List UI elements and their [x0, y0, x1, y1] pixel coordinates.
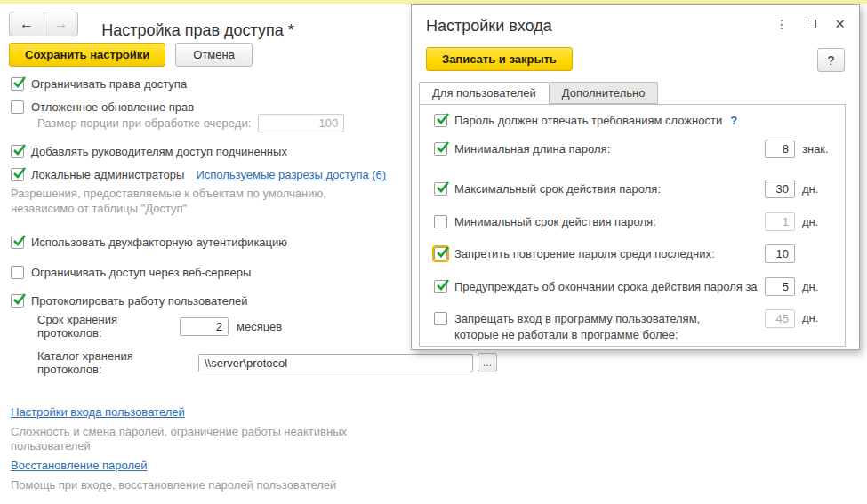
expiration-warning-checkbox[interactable]: [434, 280, 447, 293]
save-and-close-button[interactable]: Записать и закрыть: [426, 47, 573, 71]
checkbox-label[interactable]: Запретить повторение пароля среди послед…: [447, 247, 765, 260]
row-min-password-length: Минимальная длина пароля: знак.: [434, 140, 834, 158]
expiration-warning-input[interactable]: [765, 277, 795, 296]
cancel-button[interactable]: Отмена: [175, 43, 253, 67]
log-storage-period-label: Срок хранения протоколов:: [37, 313, 180, 340]
unit-label: дн.: [802, 215, 834, 228]
dialog-window-controls: ⋮ ×: [775, 17, 845, 31]
dialog-tabs: Для пользователей Дополнительно: [419, 82, 859, 104]
two-factor-checkbox[interactable]: [11, 236, 24, 249]
tab-advanced[interactable]: Дополнительно: [550, 82, 659, 104]
login-settings-link-row: Настройки входа пользователей: [11, 405, 867, 419]
row-max-password-age: Максимальный срок действия пароля: дн.: [434, 180, 834, 198]
restrict-rights-checkbox[interactable]: [11, 77, 24, 91]
row-expiration-warning: Предупреждать об окончании срока действи…: [434, 277, 834, 296]
close-icon[interactable]: ×: [835, 18, 845, 30]
log-catalog-input[interactable]: [198, 354, 473, 372]
tab-for-users[interactable]: Для пользователей: [419, 82, 550, 104]
login-settings-description: Сложность и смена паролей, ограничение р…: [11, 425, 867, 453]
inactive-users-ban-input[interactable]: [765, 309, 795, 328]
max-age-input[interactable]: [765, 180, 795, 198]
row-password-complexity: Пароль должен отвечать требованиям сложн…: [434, 114, 834, 127]
managers-access-checkbox[interactable]: [11, 145, 24, 158]
unit-label: дн.: [802, 182, 834, 196]
checkbox-label[interactable]: Использовать двухфакторную аутентификаци…: [31, 236, 287, 249]
checkbox-label[interactable]: Минимальный срок действия пароля:: [447, 215, 765, 228]
complexity-help-icon[interactable]: ?: [730, 114, 737, 127]
maximize-icon[interactable]: [807, 20, 816, 28]
password-recovery-description: Помощь при входе, восстановление паролей…: [11, 478, 867, 492]
checkbox-label[interactable]: Протоколировать работу пользователей: [31, 294, 248, 308]
login-settings-link[interactable]: Настройки входа пользователей: [11, 405, 185, 419]
row-min-password-age: Минимальный срок действия пароля: дн.: [434, 212, 834, 231]
checkbox-label[interactable]: Предупреждать об окончании срока действи…: [447, 280, 765, 293]
log-catalog-label: Каталог хранения протоколов:: [37, 349, 198, 376]
save-settings-button[interactable]: Сохранить настройки: [9, 43, 165, 67]
web-servers-checkbox[interactable]: [11, 266, 24, 279]
password-complexity-checkbox[interactable]: [434, 114, 447, 127]
min-length-input[interactable]: [765, 140, 795, 158]
portion-size-input[interactable]: [258, 114, 344, 132]
password-recovery-link[interactable]: Восстановление паролей: [11, 459, 148, 472]
checkbox-label[interactable]: Отложенное обновление прав: [31, 100, 194, 114]
default-permissions-note: Разрешения, предоставляемые к объектам п…: [11, 187, 393, 216]
log-catalog-row: Каталог хранения протоколов: ...: [37, 349, 867, 376]
dialog-command-bar: Записать и закрыть: [426, 47, 845, 71]
row-inactive-users-ban: Запрещать вход в программу пользователям…: [434, 311, 834, 343]
checkbox-label[interactable]: Минимальная длина пароля:: [447, 142, 765, 156]
log-storage-period-input[interactable]: [180, 317, 229, 336]
inactive-users-ban-checkbox[interactable]: [434, 312, 447, 325]
repeat-ban-checkbox[interactable]: [434, 247, 447, 260]
logging-checkbox[interactable]: [11, 294, 24, 308]
checkbox-label[interactable]: Ограничивать права доступа: [31, 77, 187, 91]
deferred-update-checkbox[interactable]: [11, 100, 24, 114]
checkbox-label[interactable]: Добавлять руководителям доступ подчиненн…: [31, 145, 287, 158]
unit-label: дн.: [802, 280, 834, 293]
unit-label: знак.: [802, 142, 834, 156]
repeat-ban-input[interactable]: [765, 244, 795, 263]
checkbox-label[interactable]: Запрещать вход в программу пользователям…: [447, 311, 765, 343]
local-admins-checkbox[interactable]: [11, 168, 24, 181]
checkbox-label[interactable]: Максимальный срок действия пароля:: [447, 182, 765, 196]
page-title: Настройка прав доступа *: [0, 21, 396, 40]
password-policy-group: Пароль должен отвечать требованиям сложн…: [419, 104, 846, 347]
checkbox-label[interactable]: Пароль должен отвечать требованиям сложн…: [447, 114, 722, 127]
row-password-repeat-ban: Запретить повторение пароля среди послед…: [434, 244, 834, 263]
portion-size-label: Размер порции при обработке очереди:: [37, 116, 251, 130]
access-slices-link[interactable]: Используемые разрезы доступа (6): [196, 168, 386, 181]
password-recovery-link-row: Восстановление паролей: [11, 459, 867, 472]
login-settings-dialog: Настройки входа ⋮ × Записать и закрыть ?…: [411, 4, 860, 350]
min-age-checkbox[interactable]: [434, 215, 447, 228]
more-menu-icon[interactable]: ⋮: [775, 17, 788, 31]
min-length-checkbox[interactable]: [434, 142, 447, 156]
browse-icon[interactable]: ...: [478, 353, 497, 372]
max-age-checkbox[interactable]: [434, 182, 447, 196]
unit-label: дн.: [802, 311, 834, 324]
checkbox-label[interactable]: Ограничивать доступ через веб-серверы: [31, 266, 251, 279]
min-age-input[interactable]: [765, 212, 795, 231]
help-button[interactable]: ?: [817, 48, 845, 72]
log-storage-period-suffix: месяцев: [237, 320, 282, 333]
checkbox-label[interactable]: Локальные администраторы: [31, 168, 184, 181]
